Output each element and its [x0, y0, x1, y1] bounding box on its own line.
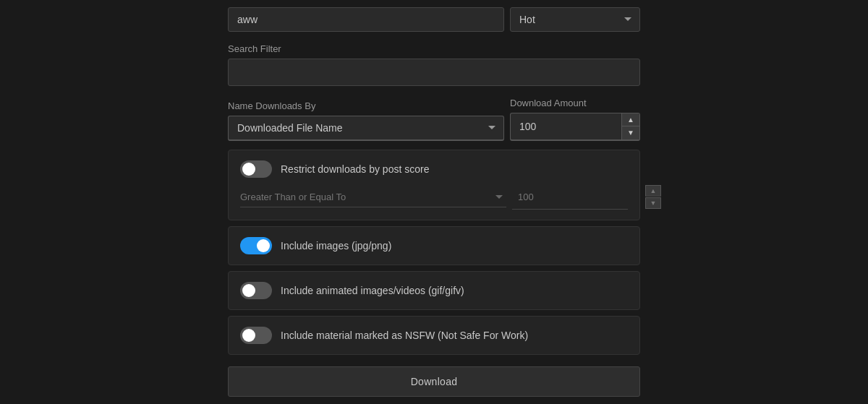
- download-button[interactable]: Download: [228, 366, 640, 397]
- restrict-score-up-button[interactable]: ▲: [645, 185, 661, 197]
- restrict-inner: Greater Than or Equal To Less Than or Eq…: [240, 178, 628, 210]
- restrict-score-wrapper: ▲ ▼: [512, 185, 628, 210]
- restrict-score-down-button[interactable]: ▼: [645, 197, 661, 209]
- main-container: Hot New Top Rising Search Filter Name Do…: [228, 7, 640, 397]
- include-nsfw-label: Include material marked as NSFW (Not Saf…: [281, 330, 528, 341]
- restrict-downloads-slider: [240, 160, 272, 178]
- restrict-downloads-label: Restrict downloads by post score: [281, 163, 429, 175]
- sort-select[interactable]: Hot New Top Rising: [510, 7, 640, 32]
- include-images-label: Include images (jpg/png): [281, 240, 391, 252]
- restrict-downloads-toggle[interactable]: [240, 160, 272, 178]
- download-amount-input[interactable]: [511, 113, 621, 139]
- include-animated-toggle-row: Include animated images/videos (gif/gifv…: [240, 282, 628, 299]
- name-downloads-section: Name Downloads By Downloaded File Name P…: [228, 100, 504, 141]
- include-nsfw-card: Include material marked as NSFW (Not Saf…: [228, 316, 640, 355]
- include-images-card: Include images (jpg/png): [228, 226, 640, 265]
- include-images-toggle-row: Include images (jpg/png): [240, 237, 628, 254]
- include-nsfw-slider: [240, 327, 272, 344]
- download-amount-spinners: ▲ ▼: [621, 113, 639, 139]
- download-amount-section: Download Amount ▲ ▼: [510, 98, 640, 141]
- name-downloads-dropdown-wrapper: Downloaded File Name Post Title Post ID: [228, 116, 504, 141]
- restrict-downloads-toggle-row: Restrict downloads by post score: [240, 160, 628, 178]
- include-images-toggle[interactable]: [240, 237, 272, 254]
- include-images-slider: [240, 237, 272, 254]
- download-amount-down-button[interactable]: ▼: [622, 126, 639, 139]
- include-animated-slider: [240, 282, 272, 299]
- search-filter-label: Search Filter: [228, 43, 640, 54]
- top-row: Hot New Top Rising: [228, 7, 640, 32]
- include-nsfw-toggle[interactable]: [240, 327, 272, 344]
- name-downloads-label: Name Downloads By: [228, 100, 504, 111]
- include-animated-toggle[interactable]: [240, 282, 272, 299]
- subreddit-search-input[interactable]: [228, 7, 504, 32]
- include-animated-label: Include animated images/videos (gif/gifv…: [281, 285, 464, 296]
- download-amount-input-wrapper: ▲ ▼: [510, 113, 640, 141]
- name-downloads-row: Name Downloads By Downloaded File Name P…: [228, 98, 640, 141]
- restrict-comparator-select[interactable]: Greater Than or Equal To Less Than or Eq…: [240, 187, 506, 207]
- include-animated-card: Include animated images/videos (gif/gifv…: [228, 271, 640, 310]
- download-amount-label: Download Amount: [510, 98, 640, 108]
- restrict-downloads-card: Restrict downloads by post score Greater…: [228, 150, 640, 220]
- restrict-score-input[interactable]: [512, 187, 645, 207]
- search-filter-section: Search Filter: [228, 43, 640, 86]
- download-amount-up-button[interactable]: ▲: [622, 113, 639, 126]
- restrict-score-spinners: ▲ ▼: [645, 185, 661, 209]
- name-downloads-select[interactable]: Downloaded File Name Post Title Post ID: [228, 116, 504, 141]
- include-nsfw-toggle-row: Include material marked as NSFW (Not Saf…: [240, 327, 628, 344]
- search-filter-input[interactable]: [228, 59, 640, 86]
